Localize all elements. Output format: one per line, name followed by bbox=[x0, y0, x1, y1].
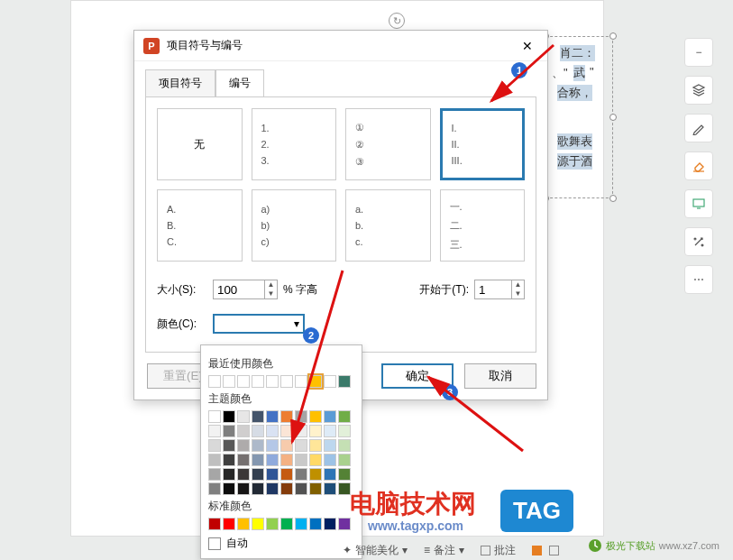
spin-down-icon[interactable]: ▼ bbox=[265, 289, 277, 298]
color-swatch[interactable] bbox=[208, 482, 221, 495]
color-swatch[interactable] bbox=[324, 454, 336, 466]
color-swatch[interactable] bbox=[280, 375, 293, 388]
color-swatch[interactable] bbox=[223, 375, 235, 388]
color-swatch[interactable] bbox=[309, 468, 322, 481]
eraser-icon[interactable] bbox=[684, 151, 713, 180]
color-swatch[interactable] bbox=[338, 375, 351, 388]
color-swatch[interactable] bbox=[338, 410, 351, 423]
status-view-icons[interactable] bbox=[532, 546, 559, 555]
color-swatch[interactable] bbox=[266, 518, 279, 530]
color-swatch[interactable] bbox=[223, 518, 235, 530]
color-dropdown[interactable]: ▾ bbox=[213, 314, 305, 334]
more-button[interactable]: ⋯ bbox=[684, 265, 713, 294]
color-swatch[interactable] bbox=[208, 439, 221, 452]
pen-icon[interactable] bbox=[684, 114, 713, 142]
color-swatch[interactable] bbox=[237, 410, 250, 423]
color-swatch[interactable] bbox=[324, 518, 336, 530]
color-swatch[interactable] bbox=[338, 518, 351, 530]
screen-icon[interactable] bbox=[684, 189, 713, 218]
color-swatch[interactable] bbox=[223, 425, 235, 437]
color-swatch[interactable] bbox=[309, 425, 322, 437]
color-swatch[interactable] bbox=[295, 425, 307, 437]
color-swatch[interactable] bbox=[295, 482, 307, 495]
color-swatch[interactable] bbox=[266, 468, 279, 481]
color-swatch[interactable] bbox=[309, 482, 322, 495]
color-swatch[interactable] bbox=[237, 468, 250, 481]
color-swatch[interactable] bbox=[309, 410, 322, 423]
color-swatch[interactable] bbox=[252, 468, 264, 481]
color-swatch[interactable] bbox=[338, 454, 351, 466]
color-swatch[interactable] bbox=[266, 454, 279, 466]
color-swatch[interactable] bbox=[223, 468, 235, 481]
color-swatch[interactable] bbox=[338, 425, 351, 437]
color-swatch[interactable] bbox=[280, 454, 293, 466]
color-swatch[interactable] bbox=[208, 468, 221, 481]
color-swatch[interactable] bbox=[280, 410, 293, 423]
numbering-option-circled[interactable]: ① ② ③ bbox=[345, 108, 431, 180]
color-swatch[interactable] bbox=[237, 518, 250, 530]
color-swatch[interactable] bbox=[295, 375, 307, 388]
tab-bullets[interactable]: 项目符号 bbox=[145, 69, 215, 97]
color-swatch[interactable] bbox=[280, 425, 293, 437]
color-swatch[interactable] bbox=[208, 454, 221, 466]
color-swatch[interactable] bbox=[237, 439, 250, 452]
wand-icon[interactable] bbox=[684, 227, 713, 256]
color-swatch[interactable] bbox=[252, 482, 264, 495]
color-swatch[interactable] bbox=[324, 439, 336, 452]
color-swatch[interactable] bbox=[252, 454, 264, 466]
color-swatch[interactable] bbox=[295, 454, 307, 466]
color-swatch[interactable] bbox=[309, 454, 322, 466]
color-swatch[interactable] bbox=[338, 482, 351, 495]
color-swatch[interactable] bbox=[252, 439, 264, 452]
status-review[interactable]: 批注 bbox=[481, 543, 516, 558]
color-swatch[interactable] bbox=[295, 439, 307, 452]
color-swatch[interactable] bbox=[295, 410, 307, 423]
color-swatch[interactable] bbox=[324, 425, 336, 437]
layers-icon[interactable] bbox=[684, 76, 713, 105]
color-swatch[interactable] bbox=[266, 439, 279, 452]
color-swatch[interactable] bbox=[237, 375, 250, 388]
color-swatch[interactable] bbox=[309, 439, 322, 452]
close-icon[interactable]: ✕ bbox=[517, 35, 538, 57]
numbering-option-roman[interactable]: I. II. III. bbox=[440, 108, 526, 180]
color-swatch[interactable] bbox=[280, 468, 293, 481]
color-swatch[interactable] bbox=[252, 375, 264, 388]
numbering-option-arabic[interactable]: 1. 2. 3. bbox=[252, 108, 337, 180]
color-swatch[interactable] bbox=[338, 439, 351, 452]
numbering-option-none[interactable]: 无 bbox=[157, 108, 243, 180]
color-swatch[interactable] bbox=[295, 468, 307, 481]
color-swatch[interactable] bbox=[266, 410, 279, 423]
ok-button[interactable]: 确定 bbox=[381, 363, 454, 389]
collapse-button[interactable]: − bbox=[684, 38, 713, 67]
numbering-option-chinese[interactable]: 一. 二. 三. bbox=[440, 189, 526, 262]
color-swatch[interactable] bbox=[208, 410, 221, 423]
color-swatch[interactable] bbox=[280, 439, 293, 452]
color-swatch[interactable] bbox=[309, 518, 322, 530]
color-swatch[interactable] bbox=[223, 482, 235, 495]
color-swatch[interactable] bbox=[208, 518, 221, 530]
selection-handle[interactable] bbox=[609, 32, 617, 40]
status-beautify[interactable]: ✦智能美化▾ bbox=[343, 543, 408, 558]
start-input[interactable] bbox=[475, 280, 511, 298]
color-swatch[interactable] bbox=[280, 482, 293, 495]
color-swatch[interactable] bbox=[324, 410, 336, 423]
color-swatch[interactable] bbox=[324, 468, 336, 481]
spin-up-icon[interactable]: ▲ bbox=[512, 280, 524, 289]
numbering-option-lower-paren[interactable]: a) b) c) bbox=[252, 189, 337, 262]
numbering-option-lower-dot[interactable]: a. b. c. bbox=[345, 189, 431, 262]
color-swatch[interactable] bbox=[237, 482, 250, 495]
size-input[interactable] bbox=[214, 280, 264, 298]
color-swatch[interactable] bbox=[223, 410, 235, 423]
spin-down-icon[interactable]: ▼ bbox=[512, 289, 524, 298]
spin-up-icon[interactable]: ▲ bbox=[265, 280, 277, 289]
color-swatch[interactable] bbox=[266, 375, 279, 388]
color-swatch[interactable] bbox=[252, 425, 264, 437]
tab-numbering[interactable]: 编号 bbox=[215, 69, 264, 97]
cancel-button[interactable]: 取消 bbox=[464, 363, 536, 389]
selection-handle[interactable] bbox=[609, 114, 617, 121]
color-swatch[interactable] bbox=[280, 518, 293, 530]
color-swatch[interactable] bbox=[309, 375, 322, 388]
color-swatch[interactable] bbox=[266, 482, 279, 495]
color-swatch[interactable] bbox=[208, 425, 221, 437]
color-swatch[interactable] bbox=[223, 454, 235, 466]
